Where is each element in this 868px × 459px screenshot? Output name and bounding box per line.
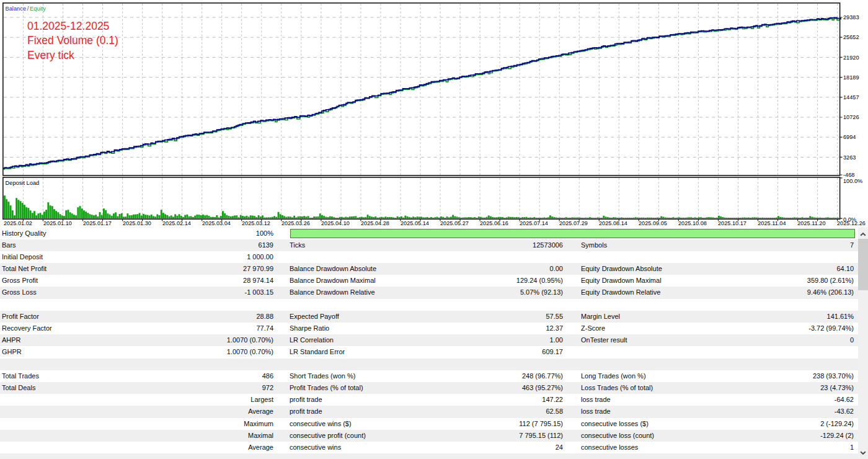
svg-text:/: / <box>27 6 29 12</box>
svg-text:2025.11.20: 2025.11.20 <box>797 220 825 226</box>
svg-text:2025.05.27: 2025.05.27 <box>440 220 469 226</box>
svg-text:2025.04.10: 2025.04.10 <box>321 220 350 226</box>
svg-text:2025.07.29: 2025.07.29 <box>559 220 588 226</box>
svg-text:2025.03.04: 2025.03.04 <box>202 220 231 226</box>
svg-text:2025.01.02: 2025.01.02 <box>4 220 32 226</box>
svg-text:21920: 21920 <box>843 55 859 61</box>
svg-text:2025.04.28: 2025.04.28 <box>361 220 389 226</box>
svg-text:2025.07.14: 2025.07.14 <box>520 220 548 226</box>
svg-text:2025.10.17: 2025.10.17 <box>718 220 746 226</box>
svg-text:29383: 29383 <box>843 14 859 20</box>
svg-text:2025.03.26: 2025.03.26 <box>281 220 310 226</box>
svg-text:2025.12.26: 2025.12.26 <box>837 220 866 226</box>
svg-text:2025.03.12: 2025.03.12 <box>242 220 270 226</box>
svg-text:Balance: Balance <box>6 6 27 12</box>
svg-text:18189: 18189 <box>843 74 859 81</box>
svg-text:14457: 14457 <box>843 94 859 100</box>
svg-text:100.0%: 100.0% <box>843 178 862 184</box>
svg-text:2025.01.10: 2025.01.10 <box>43 220 72 226</box>
svg-text:10726: 10726 <box>843 114 859 120</box>
svg-text:2025.01.17: 2025.01.17 <box>83 220 112 226</box>
svg-text:Deposit Load: Deposit Load <box>6 180 40 186</box>
svg-text:6994: 6994 <box>843 134 856 140</box>
svg-text:2025.02.14: 2025.02.14 <box>162 220 191 226</box>
svg-text:Equity: Equity <box>30 6 46 12</box>
svg-text:2025.10.08: 2025.10.08 <box>678 220 707 226</box>
svg-text:-468: -468 <box>843 172 854 178</box>
svg-text:2025.09.05: 2025.09.05 <box>639 220 667 226</box>
svg-text:2025.06.16: 2025.06.16 <box>480 220 508 226</box>
svg-text:25652: 25652 <box>843 34 859 40</box>
svg-text:2025.01.30: 2025.01.30 <box>123 220 151 226</box>
svg-text:2025.05.14: 2025.05.14 <box>401 220 429 226</box>
svg-text:3263: 3263 <box>843 154 856 161</box>
svg-text:2025.11.04: 2025.11.04 <box>758 220 786 226</box>
svg-text:2025.08.14: 2025.08.14 <box>599 220 627 226</box>
